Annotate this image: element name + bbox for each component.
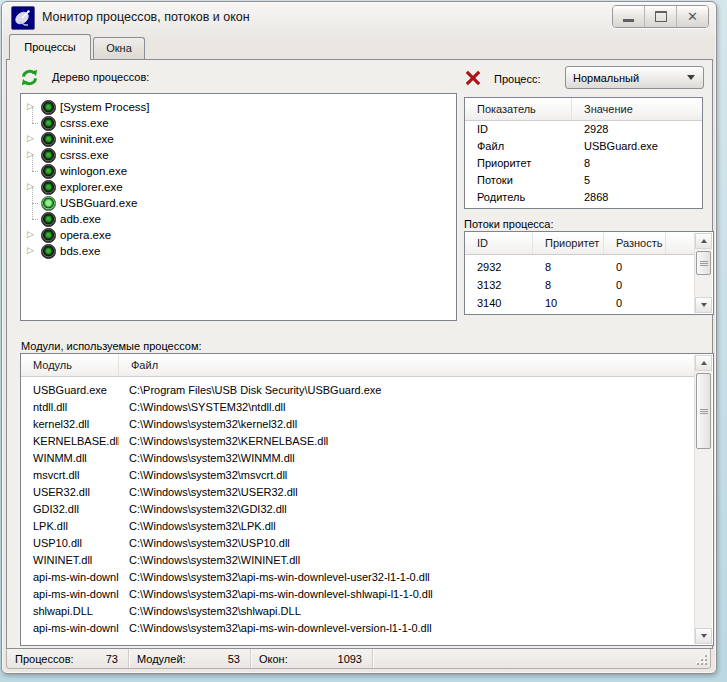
table-row[interactable]: Родитель 2868: [465, 189, 702, 206]
table-row[interactable]: WININET.dll C:\Windows\system32\WININET.…: [21, 552, 696, 569]
status-value: 1093: [338, 653, 362, 665]
module-name: WININET.dll: [21, 552, 119, 569]
tree-item[interactable]: USBGuard.exe: [28, 195, 456, 211]
table-row[interactable]: 2932 8 0: [465, 258, 696, 276]
expander-icon[interactable]: [28, 211, 39, 227]
thread-priority: 8: [533, 276, 604, 294]
module-path: C:\Windows\system32\GDI32.dll: [119, 501, 696, 518]
modules-rows: USBGuard.exe C:\Program Files\USB Disk S…: [21, 377, 696, 637]
info-value: USBGuard.exe: [572, 138, 702, 155]
table-row[interactable]: msvcrt.dll C:\Windows\system32\msvcrt.dl…: [21, 467, 696, 484]
table-row[interactable]: USER32.dll C:\Windows\system32\USER32.dl…: [21, 484, 696, 501]
expander-icon[interactable]: [28, 195, 39, 211]
column-header[interactable]: Показатель: [465, 98, 572, 120]
thread-priority: 8: [533, 258, 604, 276]
table-row[interactable]: ntdll.dll C:\Windows\SYSTEM32\ntdll.dll: [21, 399, 696, 416]
process-icon: [41, 164, 56, 179]
column-header[interactable]: Разность: [604, 232, 666, 254]
title-bar[interactable]: Монитор процессов, потоков и окон ✕: [2, 2, 716, 33]
scrollbar-track[interactable]: [695, 249, 712, 297]
table-row[interactable]: Приоритет 8: [465, 155, 702, 172]
table-row[interactable]: 3140 10 0: [465, 294, 696, 312]
refresh-button[interactable]: [19, 67, 40, 88]
process-name: [System Process]: [60, 101, 149, 113]
process-icon: [41, 228, 56, 243]
resize-grip[interactable]: [695, 653, 708, 666]
expander-icon[interactable]: [28, 115, 39, 131]
table-row[interactable]: GDI32.dll C:\Windows\system32\GDI32.dll: [21, 501, 696, 518]
thumb-grip-icon: [700, 261, 708, 266]
status-section: Модулей: 53: [129, 649, 251, 668]
process-icon: [41, 148, 56, 163]
tree-item[interactable]: csrss.exe: [28, 115, 456, 131]
column-header[interactable]: Значение: [572, 98, 702, 120]
minimize-button[interactable]: [613, 6, 644, 27]
kill-process-button[interactable]: [464, 69, 482, 87]
column-header[interactable]: Модуль: [21, 354, 119, 376]
vertical-scrollbar[interactable]: [694, 355, 712, 644]
scroll-up-button[interactable]: [695, 233, 712, 249]
table-row[interactable]: LPK.dll C:\Windows\system32\LPK.dll: [21, 518, 696, 535]
table-row[interactable]: shlwapi.DLL C:\Windows\system32\shlwapi.…: [21, 603, 696, 620]
module-path: C:\Windows\system32\api-ms-win-downlevel…: [119, 586, 696, 603]
column-header: [666, 232, 696, 254]
scroll-thumb[interactable]: [696, 373, 711, 449]
table-row[interactable]: ID 2928: [465, 121, 702, 138]
scroll-up-button[interactable]: [695, 355, 712, 371]
tab-processes[interactable]: Процессы: [9, 34, 91, 60]
table-row[interactable]: kernel32.dll C:\Windows\system32\kernel3…: [21, 416, 696, 433]
scroll-down-button[interactable]: [695, 628, 712, 644]
tree-item[interactable]: wininit.exe: [28, 131, 456, 147]
arrow-down-icon: [701, 303, 707, 307]
window-title: Монитор процессов, потоков и окон: [42, 10, 250, 24]
scroll-down-button[interactable]: [695, 297, 712, 313]
expander-icon[interactable]: [28, 243, 39, 259]
table-row[interactable]: USBGuard.exe C:\Program Files\USB Disk S…: [21, 382, 696, 399]
table-row[interactable]: WINMM.dll C:\Windows\system32\WINMM.dll: [21, 450, 696, 467]
tree-item[interactable]: opera.exe: [28, 227, 456, 243]
table-row[interactable]: api-ms-win-downl... C:\Windows\system32\…: [21, 586, 696, 603]
tree-item[interactable]: winlogon.exe: [28, 163, 456, 179]
modules-header: Модуль Файл: [21, 354, 696, 377]
tree-item[interactable]: csrss.exe: [28, 147, 456, 163]
expander-icon[interactable]: [28, 163, 39, 179]
module-name: USER32.dll: [21, 484, 119, 501]
tree-item[interactable]: bds.exe: [28, 243, 456, 259]
column-header[interactable]: Файл: [119, 354, 696, 376]
status-value: 73: [106, 653, 118, 665]
tree-item[interactable]: adb.exe: [28, 211, 456, 227]
close-button[interactable]: ✕: [676, 6, 708, 27]
info-value: 5: [572, 172, 702, 189]
arrow-up-icon: [701, 239, 707, 243]
maximize-button[interactable]: [644, 6, 676, 27]
column-header[interactable]: Приоритет: [533, 232, 604, 254]
table-row[interactable]: Файл USBGuard.exe: [465, 138, 702, 155]
tree-item[interactable]: explorer.exe: [28, 179, 456, 195]
refresh-icon: [19, 67, 40, 88]
threads-label: Потоки процесса:: [464, 218, 554, 230]
table-row[interactable]: api-ms-win-downl... C:\Windows\system32\…: [21, 620, 696, 637]
tab-windows[interactable]: Окна: [93, 37, 145, 60]
table-row[interactable]: 3132 8 0: [465, 276, 696, 294]
table-row[interactable]: USP10.dll C:\Windows\system32\USP10.dll: [21, 535, 696, 552]
process-info-header: Показатель Значение: [465, 98, 702, 121]
modules-label: Модули, используемые процессом:: [21, 340, 202, 352]
expander-icon[interactable]: [28, 227, 39, 243]
table-row[interactable]: Потоки 5: [465, 172, 702, 189]
module-path: C:\Windows\system32\USP10.dll: [119, 535, 696, 552]
expander-icon[interactable]: [28, 131, 39, 147]
tree-item[interactable]: [System Process]: [28, 99, 456, 115]
expander-icon[interactable]: [28, 99, 39, 115]
column-header[interactable]: ID: [465, 232, 533, 254]
vertical-scrollbar[interactable]: [694, 233, 712, 313]
expander-icon[interactable]: [28, 179, 39, 195]
process-icon: [41, 212, 56, 227]
priority-dropdown[interactable]: Нормальный: [565, 66, 704, 89]
table-row[interactable]: KERNELBASE.dll C:\Windows\system32\KERNE…: [21, 433, 696, 450]
module-path: C:\Windows\system32\api-ms-win-downlevel…: [119, 620, 696, 637]
scrollbar-track[interactable]: [695, 371, 712, 628]
scroll-thumb[interactable]: [696, 251, 711, 275]
info-key: ID: [465, 121, 572, 138]
table-row[interactable]: api-ms-win-downl... C:\Windows\system32\…: [21, 569, 696, 586]
expander-icon[interactable]: [28, 147, 39, 163]
